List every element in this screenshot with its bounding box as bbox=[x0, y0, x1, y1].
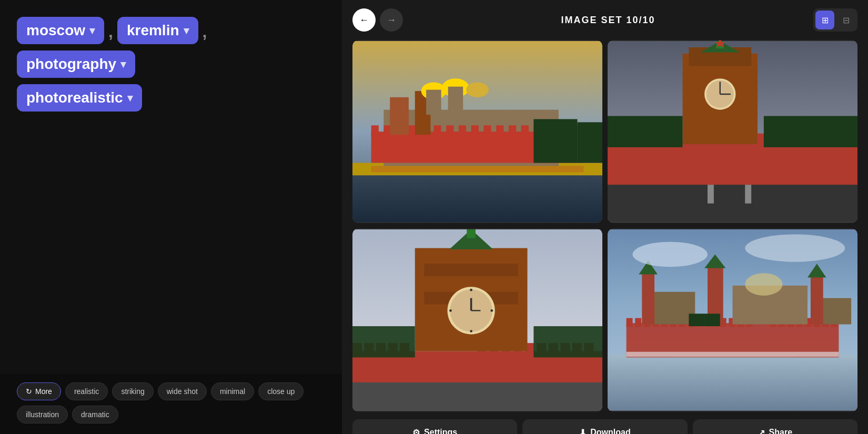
chips-row-1: ↻ More realistic striking wide shot mini… bbox=[17, 382, 325, 400]
image-set-title: IMAGE SET 10/10 bbox=[561, 15, 655, 26]
download-icon: ⬇ bbox=[579, 428, 586, 434]
grid-icon: ⊞ bbox=[822, 15, 829, 25]
svg-rect-14 bbox=[483, 125, 491, 136]
svg-rect-96 bbox=[533, 326, 602, 357]
refresh-chip-icon: ↻ bbox=[26, 387, 32, 396]
view-toggle: ⊞ ⊟ bbox=[813, 8, 857, 32]
grid-view-button[interactable]: ⊞ bbox=[815, 11, 834, 29]
svg-rect-123 bbox=[642, 274, 654, 325]
tag-photorealistic[interactable]: photorealistic ▾ bbox=[17, 84, 142, 112]
svg-rect-101 bbox=[635, 318, 641, 327]
forward-arrow-icon: → bbox=[387, 15, 396, 26]
tag-kremlin-label: kremlin bbox=[127, 22, 179, 39]
svg-rect-127 bbox=[811, 276, 823, 324]
svg-rect-83 bbox=[425, 264, 518, 277]
back-arrow-icon: ← bbox=[359, 15, 369, 26]
chip-illustration[interactable]: illustration bbox=[17, 406, 68, 423]
image-cell-4[interactable] bbox=[608, 228, 857, 411]
svg-rect-131 bbox=[704, 314, 720, 327]
comma-2: , bbox=[203, 23, 207, 40]
image-cell-1[interactable] bbox=[352, 40, 602, 223]
svg-rect-17 bbox=[521, 125, 529, 136]
svg-point-88 bbox=[470, 330, 472, 333]
svg-point-89 bbox=[449, 309, 452, 312]
tag-photography[interactable]: photography ▾ bbox=[17, 51, 135, 78]
download-button[interactable]: ⬇ Download bbox=[522, 419, 687, 434]
list-view-button[interactable]: ⊟ bbox=[836, 11, 855, 29]
tag-moscow[interactable]: moscow ▾ bbox=[17, 17, 104, 44]
svg-point-135 bbox=[745, 235, 845, 262]
chip-wide-shot[interactable]: wide shot bbox=[158, 382, 207, 400]
svg-point-129 bbox=[745, 274, 782, 296]
svg-rect-5 bbox=[371, 125, 379, 136]
svg-point-28 bbox=[466, 82, 489, 97]
image-cell-3[interactable] bbox=[352, 228, 602, 411]
svg-point-134 bbox=[633, 242, 708, 267]
tag-photorealistic-label: photorealistic bbox=[26, 89, 123, 106]
svg-rect-12 bbox=[459, 125, 466, 136]
svg-rect-15 bbox=[496, 125, 503, 136]
settings-button[interactable]: ⚙ Settings bbox=[352, 419, 517, 434]
share-icon: ↗ bbox=[758, 428, 765, 434]
image-cell-2[interactable] bbox=[608, 40, 857, 223]
left-panel: moscow ▾ , kremlin ▾ , photography ▾ pho… bbox=[0, 0, 342, 434]
svg-rect-35 bbox=[745, 185, 751, 204]
share-button[interactable]: ↗ Share bbox=[693, 419, 857, 434]
tag-photography-caret: ▾ bbox=[120, 58, 126, 70]
svg-rect-11 bbox=[446, 125, 453, 136]
tag-kremlin[interactable]: kremlin ▾ bbox=[117, 17, 198, 44]
chip-minimal[interactable]: minimal bbox=[211, 382, 254, 400]
svg-rect-27 bbox=[448, 87, 463, 115]
svg-rect-130 bbox=[689, 314, 704, 327]
right-header: ← → IMAGE SET 10/10 ⊞ ⊟ bbox=[352, 8, 857, 32]
svg-rect-34 bbox=[708, 185, 714, 204]
svg-rect-22 bbox=[390, 97, 409, 135]
nav-arrows: ← → bbox=[352, 8, 403, 32]
tag-photography-label: photography bbox=[26, 56, 116, 73]
chip-close-up[interactable]: close up bbox=[258, 382, 304, 400]
svg-rect-13 bbox=[471, 125, 479, 136]
tag-kremlin-caret: ▾ bbox=[184, 24, 189, 37]
svg-rect-36 bbox=[608, 141, 857, 185]
svg-rect-25 bbox=[426, 90, 441, 115]
svg-rect-10 bbox=[433, 125, 441, 136]
svg-rect-100 bbox=[627, 318, 633, 327]
image-grid bbox=[352, 40, 857, 412]
chip-realistic[interactable]: realistic bbox=[65, 382, 108, 400]
svg-point-90 bbox=[490, 309, 493, 312]
prompt-row-1: moscow ▾ , kremlin ▾ , bbox=[17, 17, 325, 44]
tag-moscow-label: moscow bbox=[26, 22, 85, 39]
svg-rect-31 bbox=[371, 166, 584, 173]
chip-more[interactable]: ↻ More bbox=[17, 382, 61, 400]
prompt-row-3: photorealistic ▾ bbox=[17, 84, 325, 112]
svg-point-87 bbox=[470, 289, 472, 291]
svg-rect-62 bbox=[764, 116, 857, 147]
chip-dramatic[interactable]: dramatic bbox=[72, 406, 118, 423]
svg-rect-29 bbox=[533, 119, 577, 163]
svg-rect-16 bbox=[509, 125, 516, 136]
prompt-row-2: photography ▾ bbox=[17, 51, 325, 78]
settings-icon: ⚙ bbox=[412, 428, 420, 434]
tag-moscow-caret: ▾ bbox=[89, 24, 95, 37]
svg-rect-98 bbox=[608, 355, 857, 411]
prompt-area: moscow ▾ , kremlin ▾ , photography ▾ pho… bbox=[17, 17, 325, 398]
bottom-actions: ⚙ Settings ⬇ Download ↗ Share bbox=[352, 419, 857, 434]
chips-row-2: illustration dramatic bbox=[17, 406, 325, 423]
svg-rect-30 bbox=[578, 122, 603, 163]
right-panel: ← → IMAGE SET 10/10 ⊞ ⊟ bbox=[342, 0, 868, 434]
svg-rect-132 bbox=[670, 358, 795, 361]
nav-back-button[interactable]: ← bbox=[352, 8, 376, 32]
nav-forward-button[interactable]: → bbox=[380, 8, 403, 32]
svg-rect-61 bbox=[608, 116, 683, 147]
chip-striking[interactable]: striking bbox=[112, 382, 153, 400]
svg-rect-95 bbox=[352, 326, 415, 357]
list-icon: ⊟ bbox=[843, 15, 850, 25]
svg-rect-33 bbox=[608, 178, 857, 222]
chips-area: ↻ More realistic striking wide shot mini… bbox=[0, 374, 342, 434]
svg-rect-94 bbox=[467, 229, 476, 238]
svg-rect-133 bbox=[627, 352, 839, 357]
tag-photorealistic-caret: ▾ bbox=[127, 92, 133, 104]
comma-1: , bbox=[108, 23, 113, 40]
